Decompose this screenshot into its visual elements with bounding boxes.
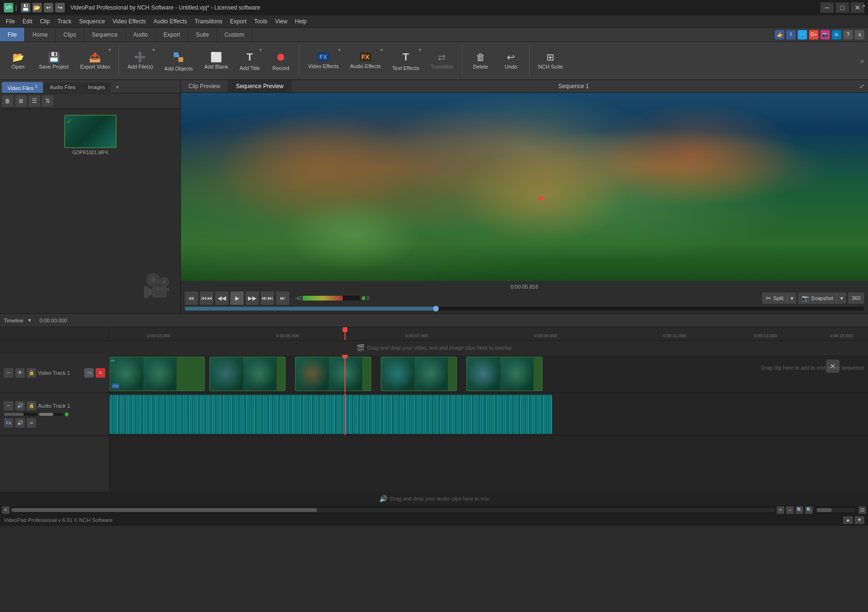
open-button[interactable]: 📂 Open: [4, 44, 32, 78]
btn-next-frame[interactable]: ⏭⏭: [261, 291, 274, 305]
btn-play[interactable]: ▶: [230, 291, 244, 305]
btn-prev-frame[interactable]: ⏮⏮: [200, 291, 213, 305]
video-track-remove-btn[interactable]: ✕: [96, 368, 105, 378]
minimize-button[interactable]: ─: [820, 2, 834, 13]
audio-vol-slider[interactable]: [4, 413, 37, 416]
quick-redo-icon[interactable]: ↪: [55, 3, 65, 12]
delete-button[interactable]: 🗑 Delete: [466, 44, 495, 78]
menu-sequence[interactable]: Sequence: [75, 17, 108, 26]
media-item-gopr1001[interactable]: ✓ GOPR1001.MP4: [4, 113, 177, 157]
menu-edit[interactable]: Edit: [19, 17, 36, 26]
tab-images[interactable]: Images: [82, 82, 111, 92]
scroll-expand-btn[interactable]: ↔: [786, 506, 794, 514]
instagram-icon[interactable]: 📷: [820, 30, 830, 40]
media-thumbnail-btn[interactable]: ⊞: [15, 95, 27, 107]
toolbar-overflow[interactable]: »: [860, 57, 864, 65]
add-blank-button[interactable]: ⬜ Add Blank: [199, 44, 233, 78]
menu-file[interactable]: File: [2, 17, 19, 26]
tab-custom[interactable]: Custom: [217, 28, 252, 41]
media-list-btn[interactable]: ☰: [29, 95, 40, 107]
split-dropdown-arrow[interactable]: ▼: [787, 294, 796, 303]
tab-audio[interactable]: Audio: [126, 28, 156, 41]
tab-sequence-preview[interactable]: Sequence Preview: [228, 80, 292, 92]
split-main-btn[interactable]: ✂ Split: [762, 292, 787, 304]
status-down-btn[interactable]: ▼: [855, 516, 864, 524]
save-project-button[interactable]: 💾 Save Project: [34, 44, 73, 78]
seekbar[interactable]: [185, 307, 864, 311]
nch-suite-button[interactable]: ⊞ NCH Suite: [533, 44, 568, 78]
audio-drop-zone[interactable]: 🔊 Drag and drop your audio clips here to…: [0, 492, 868, 506]
scroll-thumb[interactable]: [11, 508, 317, 512]
tab-clip-preview[interactable]: Clip Preview: [181, 80, 228, 92]
menu-export[interactable]: Export: [226, 17, 250, 26]
video-track-cam-btn[interactable]: 📹: [84, 368, 94, 378]
audio-track-mute-btn[interactable]: 🔊: [15, 401, 25, 411]
status-up-btn[interactable]: ▲: [843, 516, 853, 524]
zoom-in-btn[interactable]: 🔍: [805, 506, 813, 514]
audio-wave[interactable]: [109, 395, 552, 434]
linkedin-icon[interactable]: in: [832, 30, 841, 40]
menu-view[interactable]: View: [271, 17, 291, 26]
menu-tools[interactable]: Tools: [250, 17, 271, 26]
menu-audio-effects[interactable]: Audio Effects: [150, 17, 191, 26]
menu-track[interactable]: Track: [54, 17, 76, 26]
video-clip-3[interactable]: [295, 357, 371, 391]
scroll-track[interactable]: [11, 508, 775, 512]
tab-export[interactable]: Export: [156, 28, 188, 41]
seekbar-thumb[interactable]: [433, 306, 439, 311]
googleplus-icon[interactable]: G+: [809, 30, 819, 40]
audio-track-lock-btn[interactable]: 🔒: [27, 401, 36, 411]
tab-suite[interactable]: Suite: [188, 28, 217, 41]
video-track-minus-btn[interactable]: ─: [4, 368, 13, 378]
btn-fast-forward[interactable]: ▶▶: [246, 291, 259, 305]
zoom-fit-btn[interactable]: ⊡: [858, 506, 866, 514]
undo-button[interactable]: ↩ Undo: [497, 44, 525, 78]
scroll-right-btn[interactable]: >: [777, 506, 784, 514]
audio-link-btn[interactable]: ∞: [27, 418, 36, 428]
scroll-left-btn[interactable]: <: [2, 506, 10, 514]
tab-file[interactable]: File: [0, 28, 25, 41]
tab-video-files[interactable]: Video Files 1: [2, 82, 43, 93]
text-effects-button[interactable]: T Text Effects ▼: [387, 44, 424, 78]
btn-rewind[interactable]: ◀◀: [215, 291, 228, 305]
tab-audio-files[interactable]: Audio Files: [44, 82, 81, 92]
add-objects-button[interactable]: + Add Objects: [159, 44, 197, 78]
btn-go-start[interactable]: ⏮: [185, 291, 198, 305]
resolution-btn[interactable]: 360: [848, 293, 864, 303]
expand-icon[interactable]: ∧: [855, 30, 864, 40]
record-button[interactable]: ⏺ Record ▼: [266, 44, 295, 78]
twitter-icon[interactable]: 🐦: [798, 30, 807, 40]
audio-pan-slider[interactable]: [39, 413, 63, 416]
quick-undo-icon[interactable]: ↩: [44, 3, 53, 12]
menu-clip[interactable]: Clip: [36, 17, 54, 26]
menu-transitions[interactable]: Transitions: [191, 17, 226, 26]
menu-video-effects[interactable]: Video Effects: [108, 17, 149, 26]
zoom-out-btn[interactable]: 🔍: [796, 506, 803, 514]
overlay-drop-zone[interactable]: 🎬 Drag and drop your video, text and ima…: [0, 341, 868, 355]
tab-sequence[interactable]: Sequence: [84, 28, 126, 41]
export-video-button[interactable]: 📤 Export Video ▼: [75, 44, 115, 78]
menu-help[interactable]: Help: [291, 17, 311, 26]
video-track-eye-btn[interactable]: 👁: [15, 368, 25, 378]
audio-fx-btn[interactable]: FX: [4, 418, 13, 428]
video-clip-4[interactable]: [381, 357, 457, 391]
tab-clips[interactable]: Clips: [56, 28, 84, 41]
snapshot-main-btn[interactable]: 📷 Snapshot: [798, 293, 837, 303]
thumbsup-icon[interactable]: 👍: [775, 30, 784, 40]
timeline-dropdown-arrow[interactable]: ▼: [27, 318, 32, 323]
video-track-lock-btn[interactable]: 🔒: [27, 368, 36, 378]
snapshot-dropdown-arrow[interactable]: ▼: [837, 294, 846, 303]
facebook-icon[interactable]: f: [786, 30, 796, 40]
add-title-button[interactable]: T Add Title ▼: [235, 44, 265, 78]
media-delete-btn[interactable]: 🗑: [2, 95, 13, 107]
video-clip-1[interactable]: FX ✏: [109, 357, 205, 391]
quick-open-icon[interactable]: 📂: [32, 3, 42, 12]
maximize-button[interactable]: □: [836, 2, 849, 13]
ruler-ticks[interactable]: 0:00:03.000 0:00:05.000 0:00:07.000 0:00…: [109, 327, 868, 340]
video-effects-button[interactable]: FX Video Effects ▼: [303, 44, 343, 78]
audio-effects-button[interactable]: FX Audio Effects ▼: [345, 44, 386, 78]
media-sort-btn[interactable]: ⇅: [42, 95, 53, 107]
transition-button[interactable]: ⇄ Transition: [426, 44, 458, 78]
tab-add[interactable]: +: [112, 82, 123, 92]
quick-save-icon[interactable]: 💾: [21, 3, 30, 12]
